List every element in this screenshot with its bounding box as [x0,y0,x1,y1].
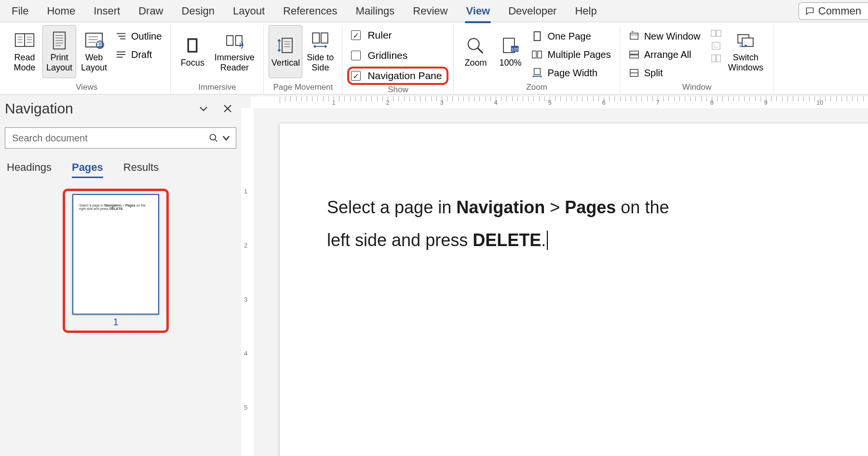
gridlines-label: Gridlines [367,50,407,61]
ribbon-tab-review[interactable]: Review [412,3,448,19]
ribbon-tab-help[interactable]: Help [574,3,597,19]
ribbon-tab-design[interactable]: Design [181,3,216,19]
page-width-label: Page Width [547,68,597,79]
arrange-all-button[interactable]: Arrange All [625,46,705,63]
zoom-label: Zoom [464,58,487,68]
split-label: Split [644,68,663,79]
svg-rect-52 [711,30,716,37]
ruler-number: 4 [244,350,247,357]
nav-tab-headings[interactable]: Headings [7,161,52,178]
vertical-ruler[interactable]: 123456 [241,108,254,456]
ruler-number: 2 [244,242,247,249]
close-icon[interactable] [222,103,233,114]
navigation-pane: Navigation Search document HeadingsPages… [0,95,241,456]
zoom-group-label: Zoom [526,83,547,92]
ribbon-tab-view[interactable]: View [465,3,491,19]
multiple-pages-button[interactable]: Multiple Pages [528,46,614,63]
chevron-down-icon[interactable] [198,103,209,114]
view-side-icon [711,28,721,39]
svg-rect-41 [532,51,536,58]
chevron-down-icon[interactable] [221,133,231,143]
draft-button[interactable]: Draft [112,46,165,63]
svg-point-35 [468,38,479,49]
group-immersive: Focus Immersive Reader Immersive [171,25,264,94]
read-mode-button[interactable]: Read Mode [8,25,41,78]
side-to-side-button[interactable]: Side to Side [303,25,337,78]
zoom-100-button[interactable]: 100 100% [493,25,527,78]
doc-text: Pages [565,197,616,217]
focus-label: Focus [181,58,204,68]
ribbon-tab-home[interactable]: Home [46,3,76,19]
one-page-button[interactable]: One Page [528,28,614,44]
sync-scroll-icon [711,41,721,51]
group-zoom: Zoom 100 100% One Page Multiple Pages Pa… [454,25,620,94]
immersive-reader-button[interactable]: Immersive Reader [210,25,258,78]
ribbon-tab-file[interactable]: File [11,3,29,19]
vertical-button[interactable]: Vertical [269,25,302,78]
ribbon-tab-developer[interactable]: Developer [507,3,557,19]
nav-tab-pages[interactable]: Pages [72,161,103,178]
svg-rect-27 [282,38,292,53]
doc-text: on the [616,197,669,217]
horizontal-ruler[interactable]: 12345678910111213 [251,97,868,108]
thumb-text: Navigation [104,204,122,207]
search-placeholder: Search document [12,133,209,144]
ribbon-tab-mailings[interactable]: Mailings [355,3,396,19]
ribbon: Read Mode Print Layout Web Layout Outlin… [0,22,868,95]
navigation-title: Navigation [5,100,185,117]
zoom-button[interactable]: Zoom [459,25,492,78]
print-layout-label: Print Layout [43,53,76,72]
switch-windows-button[interactable]: Switch Windows [722,25,769,78]
page-width-button[interactable]: Page Width [528,65,614,81]
switch-windows-label: Switch Windows [722,53,769,72]
page-thumbnail[interactable]: Select a page in Navigation > Pages on t… [72,194,159,315]
immersive-group-label: Immersive [198,83,236,92]
svg-rect-49 [630,55,638,58]
ribbon-tab-insert[interactable]: Insert [93,3,121,19]
focus-button[interactable]: Focus [176,25,209,78]
outline-button[interactable]: Outline [112,28,165,44]
search-icon [209,133,218,143]
window-group-label: Window [682,83,711,92]
ruler-checkbox[interactable]: Ruler [347,26,448,44]
thumb-text: on the [136,204,146,207]
doc-text: DELETE [473,230,541,250]
svg-rect-56 [717,55,720,62]
immersive-reader-label: Immersive Reader [210,53,258,72]
search-input[interactable]: Search document [5,127,236,149]
ruler-number: 3 [440,99,443,106]
comments-button[interactable]: Commen [799,2,868,20]
thumb-text: DELETE [109,207,123,210]
doc-text: Select a page in [327,197,456,217]
new-window-button[interactable]: + New Window [625,28,705,44]
doc-text: Navigation [456,197,545,217]
svg-rect-40 [534,32,541,41]
document-page[interactable]: Select a page in Navigation > Pages on t… [280,124,868,456]
thumb-text: > [122,204,125,207]
svg-rect-53 [717,30,721,37]
ribbon-tab-layout[interactable]: Layout [232,3,266,19]
ruler-number: 8 [710,99,713,106]
outline-label: Outline [131,31,162,42]
ribbon-tab-draw[interactable]: Draw [137,3,164,19]
ribbon-tab-references[interactable]: References [282,3,339,19]
print-layout-button[interactable]: Print Layout [42,25,76,78]
svg-text:+: + [631,31,634,34]
svg-point-61 [210,135,216,140]
gridlines-checkbox[interactable]: Gridlines [347,46,448,65]
ruler-number: 6 [602,99,605,106]
one-page-label: One Page [547,31,591,42]
svg-line-62 [215,139,217,142]
group-window: + New Window Arrange All Split [620,25,774,94]
multiple-pages-label: Multiple Pages [547,49,610,60]
ruler-number: 1 [244,188,247,195]
checkbox-icon [351,51,361,60]
draft-label: Draft [131,49,152,60]
doc-text: . [541,230,546,250]
split-button[interactable]: Split [625,65,705,81]
workspace: Navigation Search document HeadingsPages… [0,95,868,456]
nav-tab-results[interactable]: Results [123,161,159,178]
web-layout-button[interactable]: Web Layout [77,25,111,78]
thumb-text: right side and press [79,207,109,210]
navigation-pane-checkbox[interactable]: Navigation Pane [347,67,448,85]
